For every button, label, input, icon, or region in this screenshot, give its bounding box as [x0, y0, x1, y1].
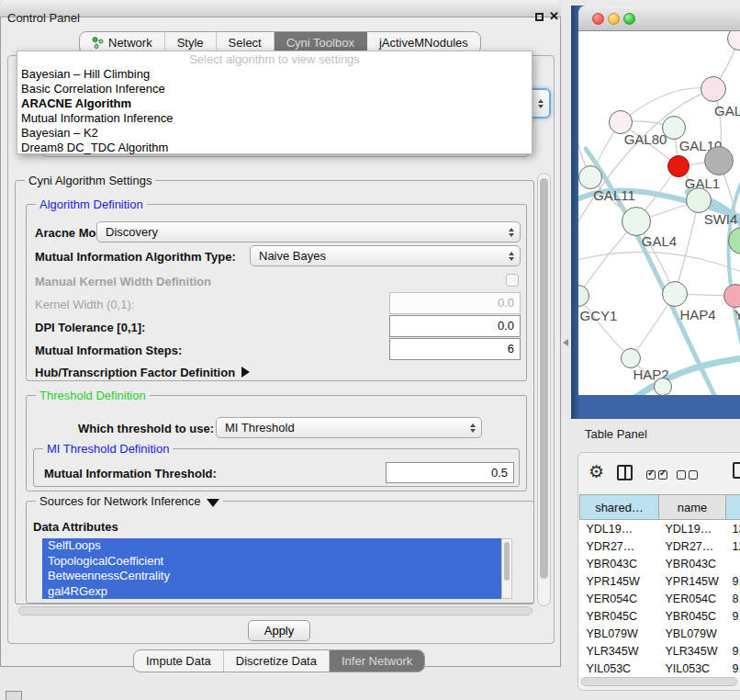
combo-arrows-icon [509, 252, 514, 261]
data-attribute-item[interactable]: gal4RGexp [42, 584, 501, 600]
tab-label: Cyni Toolbox [286, 36, 354, 50]
network-node[interactable] [622, 207, 651, 236]
column-header[interactable] [726, 495, 740, 520]
settings-scrollbar[interactable] [537, 173, 551, 606]
table-cell[interactable]: 13 [726, 520, 740, 538]
algorithm-option[interactable]: ARACNE Algorithm [17, 96, 532, 111]
network-node[interactable] [662, 116, 686, 140]
data-attribute-item[interactable]: BetweennessCentrality [42, 569, 501, 584]
table-row[interactable]: YBL079WYBL079W [580, 625, 740, 642]
table-cell[interactable]: YDR27… [659, 537, 726, 555]
table-row[interactable]: YDR27…YDR27…12 [580, 537, 740, 555]
algorithm-option[interactable]: Bayesian – K2 [17, 126, 532, 141]
column-header[interactable]: shared… [580, 495, 659, 520]
network-window-titlebar[interactable] [578, 6, 740, 31]
table-cell[interactable]: 9. [726, 660, 740, 677]
network-node[interactable] [578, 165, 602, 189]
table-cell[interactable]: YDR27… [580, 537, 659, 555]
data-attributes-list[interactable]: SelfLoopsTopologicalCoefficientBetweenne… [42, 538, 501, 599]
network-canvas[interactable]: GALGAL80GAL10GAL1GAL11SWI4GAL4GCY1HAP4YH… [578, 31, 740, 395]
dpi-tolerance-field[interactable]: 0.0 [389, 315, 521, 337]
aracne-mode-select[interactable]: Discovery [96, 221, 521, 243]
column-header[interactable]: name [659, 495, 726, 520]
table-cell[interactable]: 9. [726, 572, 740, 590]
select-none-unchecked-icon[interactable] [677, 469, 701, 482]
table-row[interactable]: YDL19…YDL19…13 [580, 520, 740, 538]
tab-discretize-data[interactable]: Discretize Data [224, 650, 330, 672]
close-icon[interactable]: ✕ [549, 9, 559, 23]
network-node[interactable] [654, 378, 672, 395]
settings-scrollbar-thumb[interactable] [540, 178, 548, 579]
kernel-width-field[interactable]: 0.0 [389, 292, 521, 314]
table-cell[interactable]: YBR045C [659, 607, 726, 625]
which-threshold-select[interactable]: MI Threshold [216, 417, 482, 438]
table-cell[interactable]: YLR345W [580, 642, 659, 660]
network-node[interactable] [701, 76, 726, 102]
table-cell[interactable]: YER054C [580, 590, 659, 607]
table-row[interactable]: YER054CYER054C8. [580, 590, 740, 607]
attributes-scrollbar[interactable] [501, 538, 512, 599]
table-cell[interactable]: YBL079W [580, 625, 659, 642]
mi-threshold-field[interactable]: 0.5 [386, 462, 514, 483]
table-cell[interactable]: YIL053C [580, 660, 659, 677]
hub-definition-toggle[interactable]: Hub/Transcription Factor Definition [35, 366, 250, 379]
table-cell[interactable]: YDL19… [659, 520, 726, 538]
mi-algorithm-type-select[interactable]: Naive Bayes [250, 245, 521, 266]
data-attribute-item[interactable]: SelfLoops [42, 538, 501, 554]
control-panel-titlebar[interactable] [0, 0, 561, 17]
table-horizontal-scrollbar[interactable] [581, 677, 737, 686]
collapse-down-icon [207, 499, 219, 507]
network-icon [92, 37, 104, 49]
sources-title[interactable]: Sources for Network Inference [36, 494, 223, 508]
select-all-checked-icon[interactable] [646, 469, 670, 482]
algorithm-definition-title: Algorithm Definition [36, 198, 147, 211]
tab-impute-data[interactable]: Impute Data [134, 650, 224, 672]
table-cell[interactable]: YBR045C [580, 607, 659, 625]
splitter-collapse-arrow[interactable] [563, 339, 568, 346]
float-window-icon[interactable] [535, 13, 544, 21]
network-node[interactable] [704, 146, 734, 175]
algorithm-option[interactable]: Dream8 DC_TDC Algorithm [17, 141, 532, 155]
table-cell[interactable]: 9. [726, 642, 740, 660]
manual-kernel-width-checkbox[interactable] [506, 274, 519, 287]
table-cell[interactable]: YBR043C [659, 555, 726, 572]
table-cell[interactable]: YPR145W [580, 572, 659, 590]
table-cell[interactable]: YPR145W [659, 572, 726, 590]
table-row[interactable]: YBR043CYBR043C [580, 555, 740, 572]
mac-zoom-icon[interactable] [623, 13, 635, 25]
table-row[interactable]: YPR145WYPR145W9. [580, 572, 740, 590]
table-cell[interactable]: YBL079W [659, 625, 726, 642]
algorithm-option[interactable]: Mutual Information Inference [17, 111, 532, 126]
document-icon[interactable] [733, 462, 740, 479]
table-row[interactable]: YIL053CYIL053C9. [580, 660, 740, 677]
table-cell[interactable] [726, 625, 740, 642]
algorithm-option[interactable]: Basic Correlation Inference [17, 82, 532, 96]
table-cell[interactable]: YBR043C [580, 555, 659, 572]
table-cell[interactable]: YER054C [659, 590, 726, 607]
table-cell[interactable]: YIL053C [659, 660, 726, 677]
data-attribute-item[interactable]: TopologicalCoefficient [42, 554, 501, 570]
mac-minimize-icon[interactable] [608, 13, 620, 25]
settings-gear-icon[interactable]: ⚙ [589, 461, 604, 482]
table-cell[interactable]: YDL19… [580, 520, 659, 538]
split-columns-icon[interactable] [617, 465, 633, 480]
table-cell[interactable]: 9. [726, 607, 740, 625]
mi-steps-label: Mutual Information Steps: [35, 344, 182, 357]
algorithm-option[interactable]: Bayesian – Hill Climbing [17, 67, 532, 82]
mi-steps-field[interactable]: 6 [389, 338, 521, 360]
table-row[interactable]: YBR045CYBR045C9. [580, 607, 740, 625]
table-row[interactable]: YLR345WYLR345W9. [580, 642, 740, 660]
tab-infer-network[interactable]: Infer Network [330, 650, 424, 672]
mac-close-icon[interactable] [592, 13, 604, 25]
table-cell[interactable] [726, 555, 740, 572]
table-cell[interactable]: YLR345W [659, 642, 726, 660]
dock-mini-icon[interactable] [6, 691, 22, 700]
network-node[interactable] [686, 187, 712, 213]
table-cell[interactable]: 12 [726, 537, 740, 555]
network-node[interactable] [667, 155, 690, 177]
apply-button[interactable]: Apply [248, 620, 310, 641]
settings-horizontal-scrollbar[interactable] [18, 606, 533, 615]
network-node[interactable] [662, 281, 688, 307]
attributes-scrollbar-thumb[interactable] [504, 542, 510, 581]
table-cell[interactable]: 8. [726, 590, 740, 607]
